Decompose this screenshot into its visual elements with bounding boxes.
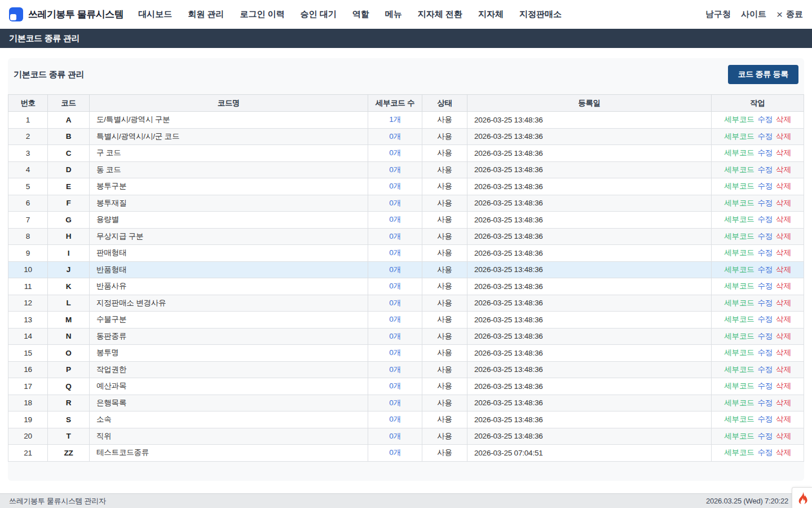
detail-code-link[interactable]: 세부코드 <box>724 248 754 257</box>
detail-count-link[interactable]: 0개 <box>389 382 401 390</box>
detail-code-link[interactable]: 세부코드 <box>724 232 754 240</box>
delete-link[interactable]: 삭제 <box>776 282 791 290</box>
detail-count-link[interactable]: 0개 <box>389 232 401 240</box>
delete-link[interactable]: 삭제 <box>776 415 791 423</box>
delete-link[interactable]: 삭제 <box>776 448 791 457</box>
detail-count-link[interactable]: 0개 <box>389 299 401 307</box>
detail-code-link[interactable]: 세부코드 <box>724 415 754 423</box>
edit-link[interactable]: 수정 <box>757 265 773 274</box>
edit-link[interactable]: 수정 <box>757 115 773 124</box>
delete-link[interactable]: 삭제 <box>776 165 791 174</box>
delete-link[interactable]: 삭제 <box>776 148 791 157</box>
detail-count-link[interactable]: 0개 <box>389 398 401 407</box>
detail-count-link[interactable]: 0개 <box>389 432 401 440</box>
edit-link[interactable]: 수정 <box>757 248 773 257</box>
delete-link[interactable]: 삭제 <box>776 182 791 190</box>
nav-item-gov-switch[interactable]: 지자체 전환 <box>418 9 462 20</box>
detail-count-link[interactable]: 0개 <box>389 248 401 257</box>
delete-link[interactable]: 삭제 <box>776 232 791 240</box>
detail-code-link[interactable]: 세부코드 <box>724 315 754 323</box>
detail-count-link[interactable]: 0개 <box>389 148 401 157</box>
detail-count-link[interactable]: 0개 <box>389 332 401 340</box>
delete-link[interactable]: 삭제 <box>776 299 791 307</box>
delete-link[interactable]: 삭제 <box>776 365 791 374</box>
brand[interactable]: 쓰레기봉투 물류시스템 <box>9 7 123 21</box>
nav-item-stores[interactable]: 지정판매소 <box>519 9 562 20</box>
edit-link[interactable]: 수정 <box>757 365 773 374</box>
detail-count-link[interactable]: 0개 <box>389 448 401 457</box>
edit-link[interactable]: 수정 <box>757 398 773 407</box>
detail-count-link[interactable]: 0개 <box>389 315 401 323</box>
detail-count-link[interactable]: 0개 <box>389 215 401 224</box>
edit-link[interactable]: 수정 <box>757 148 773 157</box>
delete-link[interactable]: 삭제 <box>776 398 791 407</box>
detail-count-link[interactable]: 0개 <box>389 199 401 207</box>
edit-link[interactable]: 수정 <box>757 182 773 190</box>
logout-button[interactable]: × 종료 <box>776 9 803 20</box>
detail-code-link[interactable]: 세부코드 <box>724 148 754 157</box>
edit-link[interactable]: 수정 <box>757 132 773 141</box>
detail-code-link[interactable]: 세부코드 <box>724 215 754 224</box>
detail-code-link[interactable]: 세부코드 <box>724 299 754 307</box>
register-code-type-button[interactable]: 코드 종류 등록 <box>728 65 798 84</box>
detail-count-link[interactable]: 0개 <box>389 282 401 290</box>
detail-code-link[interactable]: 세부코드 <box>724 332 754 340</box>
detail-code-link[interactable]: 세부코드 <box>724 382 754 390</box>
delete-link[interactable]: 삭제 <box>776 432 791 440</box>
edit-link[interactable]: 수정 <box>757 299 773 307</box>
cell-actions: 세부코드수정삭제 <box>712 228 804 245</box>
detail-code-link[interactable]: 세부코드 <box>724 448 754 457</box>
detail-count-link[interactable]: 0개 <box>389 415 401 423</box>
delete-link[interactable]: 삭제 <box>776 115 791 124</box>
edit-link[interactable]: 수정 <box>757 415 773 423</box>
delete-link[interactable]: 삭제 <box>776 348 791 357</box>
edit-link[interactable]: 수정 <box>757 282 773 290</box>
detail-count-link[interactable]: 0개 <box>389 348 401 357</box>
nav-item-login-history[interactable]: 로그인 이력 <box>240 9 284 20</box>
delete-link[interactable]: 삭제 <box>776 315 791 323</box>
edit-link[interactable]: 수정 <box>757 432 773 440</box>
edit-link[interactable]: 수정 <box>757 382 773 390</box>
detail-count-link[interactable]: 0개 <box>389 182 401 190</box>
nav-item-menus[interactable]: 메뉴 <box>385 9 402 20</box>
detail-code-link[interactable]: 세부코드 <box>724 265 754 274</box>
detail-code-link[interactable]: 세부코드 <box>724 182 754 190</box>
detail-code-link[interactable]: 세부코드 <box>724 432 754 440</box>
detail-code-link[interactable]: 세부코드 <box>724 282 754 290</box>
delete-link[interactable]: 삭제 <box>776 332 791 340</box>
detail-code-link[interactable]: 세부코드 <box>724 165 754 174</box>
delete-link[interactable]: 삭제 <box>776 132 791 141</box>
edit-link[interactable]: 수정 <box>757 448 773 457</box>
edit-link[interactable]: 수정 <box>757 232 773 240</box>
cell-detail-count: 0개 <box>368 178 422 195</box>
delete-link[interactable]: 삭제 <box>776 215 791 224</box>
edit-link[interactable]: 수정 <box>757 348 773 357</box>
detail-code-link[interactable]: 세부코드 <box>724 115 754 124</box>
site-link[interactable]: 사이트 <box>741 9 766 20</box>
debug-toolbar-button[interactable] <box>792 487 812 508</box>
edit-link[interactable]: 수정 <box>757 315 773 323</box>
delete-link[interactable]: 삭제 <box>776 382 791 390</box>
detail-code-link[interactable]: 세부코드 <box>724 132 754 141</box>
detail-count-link[interactable]: 0개 <box>389 365 401 374</box>
nav-item-members[interactable]: 회원 관리 <box>188 9 224 20</box>
detail-code-link[interactable]: 세부코드 <box>724 365 754 374</box>
detail-count-link[interactable]: 0개 <box>389 132 401 141</box>
delete-link[interactable]: 삭제 <box>776 248 791 257</box>
detail-count-link[interactable]: 1개 <box>389 115 401 124</box>
detail-count-link[interactable]: 0개 <box>389 265 401 274</box>
detail-count-link[interactable]: 0개 <box>389 165 401 174</box>
edit-link[interactable]: 수정 <box>757 332 773 340</box>
detail-code-link[interactable]: 세부코드 <box>724 199 754 207</box>
nav-item-approval[interactable]: 승인 대기 <box>301 9 337 20</box>
edit-link[interactable]: 수정 <box>757 165 773 174</box>
edit-link[interactable]: 수정 <box>757 215 773 224</box>
delete-link[interactable]: 삭제 <box>776 199 791 207</box>
delete-link[interactable]: 삭제 <box>776 265 791 274</box>
edit-link[interactable]: 수정 <box>757 199 773 207</box>
nav-item-dashboard[interactable]: 대시보드 <box>138 9 172 20</box>
nav-item-roles[interactable]: 역할 <box>352 9 369 20</box>
detail-code-link[interactable]: 세부코드 <box>724 348 754 357</box>
nav-item-gov[interactable]: 지자체 <box>478 9 504 20</box>
detail-code-link[interactable]: 세부코드 <box>724 398 754 407</box>
